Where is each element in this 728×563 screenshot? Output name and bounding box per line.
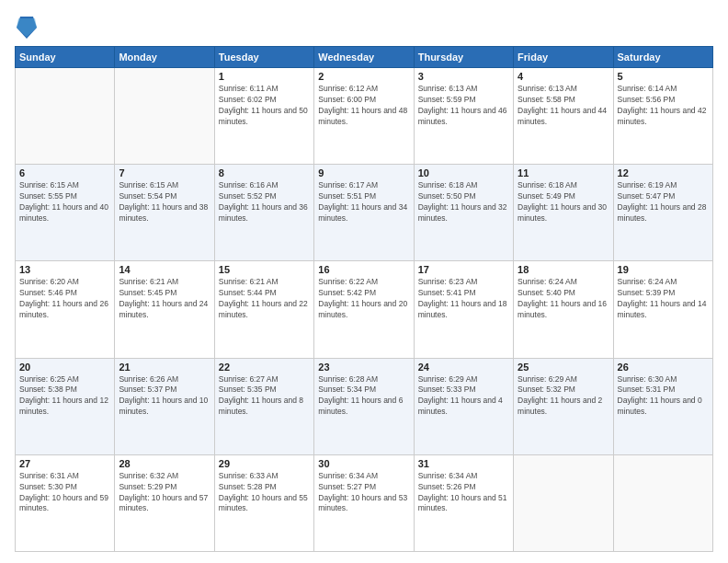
day-number: 18 — [518, 264, 609, 275]
calendar-header-row: SundayMondayTuesdayWednesdayThursdayFrid… — [16, 47, 713, 68]
column-header-monday: Monday — [115, 47, 214, 68]
sunset-text: Sunset: 5:41 PM — [418, 288, 509, 299]
calendar-cell — [16, 68, 115, 165]
sunset-text: Sunset: 5:26 PM — [418, 482, 509, 493]
sunset-text: Sunset: 5:38 PM — [19, 385, 110, 396]
calendar-cell: 27Sunrise: 6:31 AMSunset: 5:30 PMDayligh… — [16, 454, 115, 551]
sunset-text: Sunset: 5:44 PM — [219, 288, 310, 299]
daylight-text: Daylight: 10 hours and 53 minutes. — [318, 493, 409, 515]
calendar-cell: 23Sunrise: 6:28 AMSunset: 5:34 PMDayligh… — [314, 358, 414, 454]
day-detail: Sunrise: 6:26 AMSunset: 5:37 PMDaylight:… — [119, 374, 210, 419]
daylight-text: Daylight: 11 hours and 38 minutes. — [119, 202, 210, 224]
sunrise-text: Sunrise: 6:20 AM — [19, 277, 110, 288]
daylight-text: Daylight: 10 hours and 55 minutes. — [219, 493, 310, 515]
day-number: 29 — [219, 458, 310, 469]
day-detail: Sunrise: 6:11 AMSunset: 6:02 PMDaylight:… — [219, 84, 310, 128]
day-number: 19 — [618, 264, 709, 275]
sunrise-text: Sunrise: 6:13 AM — [418, 84, 509, 95]
day-detail: Sunrise: 6:13 AMSunset: 5:58 PMDaylight:… — [518, 84, 609, 128]
daylight-text: Daylight: 11 hours and 44 minutes. — [518, 106, 609, 128]
sunrise-text: Sunrise: 6:29 AM — [418, 374, 509, 385]
sunrise-text: Sunrise: 6:34 AM — [318, 471, 409, 482]
calendar-cell: 17Sunrise: 6:23 AMSunset: 5:41 PMDayligh… — [414, 261, 513, 358]
day-number: 28 — [119, 458, 210, 469]
calendar-week-row: 27Sunrise: 6:31 AMSunset: 5:30 PMDayligh… — [16, 454, 713, 551]
sunset-text: Sunset: 5:30 PM — [19, 482, 110, 493]
column-header-friday: Friday — [514, 47, 613, 68]
column-header-thursday: Thursday — [414, 47, 513, 68]
sunset-text: Sunset: 5:33 PM — [418, 385, 509, 396]
day-number: 17 — [418, 264, 509, 275]
calendar-cell: 12Sunrise: 6:19 AMSunset: 5:47 PMDayligh… — [613, 165, 712, 261]
day-detail: Sunrise: 6:16 AMSunset: 5:52 PMDaylight:… — [219, 180, 310, 224]
calendar-cell: 19Sunrise: 6:24 AMSunset: 5:39 PMDayligh… — [613, 261, 712, 358]
daylight-text: Daylight: 11 hours and 14 minutes. — [618, 299, 709, 321]
sunrise-text: Sunrise: 6:11 AM — [219, 84, 310, 95]
calendar-cell: 20Sunrise: 6:25 AMSunset: 5:38 PMDayligh… — [16, 358, 115, 454]
sunset-text: Sunset: 5:40 PM — [518, 288, 609, 299]
calendar-cell: 10Sunrise: 6:18 AMSunset: 5:50 PMDayligh… — [414, 165, 513, 261]
day-number: 16 — [318, 264, 409, 275]
calendar-body: 1Sunrise: 6:11 AMSunset: 6:02 PMDaylight… — [16, 68, 713, 552]
column-header-saturday: Saturday — [613, 47, 712, 68]
day-number: 8 — [219, 167, 310, 178]
calendar-cell: 14Sunrise: 6:21 AMSunset: 5:45 PMDayligh… — [115, 261, 214, 358]
day-number: 15 — [219, 264, 310, 275]
day-detail: Sunrise: 6:33 AMSunset: 5:28 PMDaylight:… — [219, 471, 310, 515]
daylight-text: Daylight: 10 hours and 59 minutes. — [19, 493, 110, 515]
daylight-text: Daylight: 11 hours and 42 minutes. — [618, 106, 709, 128]
sunrise-text: Sunrise: 6:12 AM — [318, 84, 409, 95]
day-detail: Sunrise: 6:24 AMSunset: 5:39 PMDaylight:… — [618, 277, 709, 321]
daylight-text: Daylight: 11 hours and 20 minutes. — [318, 299, 409, 321]
sunrise-text: Sunrise: 6:28 AM — [318, 374, 409, 385]
sunset-text: Sunset: 5:37 PM — [119, 385, 210, 396]
day-number: 20 — [19, 362, 110, 373]
daylight-text: Daylight: 11 hours and 4 minutes. — [418, 396, 509, 418]
sunrise-text: Sunrise: 6:14 AM — [618, 84, 709, 95]
sunrise-text: Sunrise: 6:31 AM — [19, 471, 110, 482]
sunrise-text: Sunrise: 6:32 AM — [119, 471, 210, 482]
daylight-text: Daylight: 11 hours and 48 minutes. — [318, 106, 409, 128]
daylight-text: Daylight: 11 hours and 36 minutes. — [219, 202, 310, 224]
day-detail: Sunrise: 6:29 AMSunset: 5:33 PMDaylight:… — [418, 374, 509, 419]
sunset-text: Sunset: 5:50 PM — [418, 191, 509, 202]
day-number: 25 — [518, 362, 609, 373]
sunrise-text: Sunrise: 6:23 AM — [418, 277, 509, 288]
day-detail: Sunrise: 6:34 AMSunset: 5:27 PMDaylight:… — [318, 471, 409, 515]
daylight-text: Daylight: 11 hours and 26 minutes. — [19, 299, 110, 321]
sunset-text: Sunset: 5:46 PM — [19, 288, 110, 299]
sunrise-text: Sunrise: 6:22 AM — [318, 277, 409, 288]
sunrise-text: Sunrise: 6:26 AM — [119, 374, 210, 385]
day-detail: Sunrise: 6:18 AMSunset: 5:50 PMDaylight:… — [418, 180, 509, 224]
daylight-text: Daylight: 11 hours and 28 minutes. — [618, 202, 709, 224]
sunset-text: Sunset: 5:52 PM — [219, 191, 310, 202]
day-number: 10 — [418, 167, 509, 178]
calendar-cell: 31Sunrise: 6:34 AMSunset: 5:26 PMDayligh… — [414, 454, 513, 551]
calendar-cell: 5Sunrise: 6:14 AMSunset: 5:56 PMDaylight… — [613, 68, 712, 165]
calendar-cell: 24Sunrise: 6:29 AMSunset: 5:33 PMDayligh… — [414, 358, 513, 454]
sunset-text: Sunset: 5:54 PM — [119, 191, 210, 202]
day-number: 6 — [19, 167, 110, 178]
day-number: 11 — [518, 167, 609, 178]
sunrise-text: Sunrise: 6:21 AM — [119, 277, 210, 288]
sunrise-text: Sunrise: 6:15 AM — [119, 180, 210, 191]
sunset-text: Sunset: 5:27 PM — [318, 482, 409, 493]
daylight-text: Daylight: 11 hours and 24 minutes. — [119, 299, 210, 321]
day-detail: Sunrise: 6:24 AMSunset: 5:40 PMDaylight:… — [518, 277, 609, 321]
sunrise-text: Sunrise: 6:21 AM — [219, 277, 310, 288]
calendar-cell: 9Sunrise: 6:17 AMSunset: 5:51 PMDaylight… — [314, 165, 414, 261]
day-detail: Sunrise: 6:22 AMSunset: 5:42 PMDaylight:… — [318, 277, 409, 321]
day-number: 21 — [119, 362, 210, 373]
calendar-week-row: 13Sunrise: 6:20 AMSunset: 5:46 PMDayligh… — [16, 261, 713, 358]
sunrise-text: Sunrise: 6:33 AM — [219, 471, 310, 482]
daylight-text: Daylight: 11 hours and 18 minutes. — [418, 299, 509, 321]
day-detail: Sunrise: 6:30 AMSunset: 5:31 PMDaylight:… — [618, 374, 709, 419]
sunrise-text: Sunrise: 6:18 AM — [518, 180, 609, 191]
sunset-text: Sunset: 5:59 PM — [418, 95, 509, 106]
calendar-cell — [514, 454, 613, 551]
calendar-cell — [115, 68, 214, 165]
calendar-cell: 22Sunrise: 6:27 AMSunset: 5:35 PMDayligh… — [214, 358, 313, 454]
sunset-text: Sunset: 6:02 PM — [219, 95, 310, 106]
day-number: 31 — [418, 458, 509, 469]
day-number: 27 — [19, 458, 110, 469]
